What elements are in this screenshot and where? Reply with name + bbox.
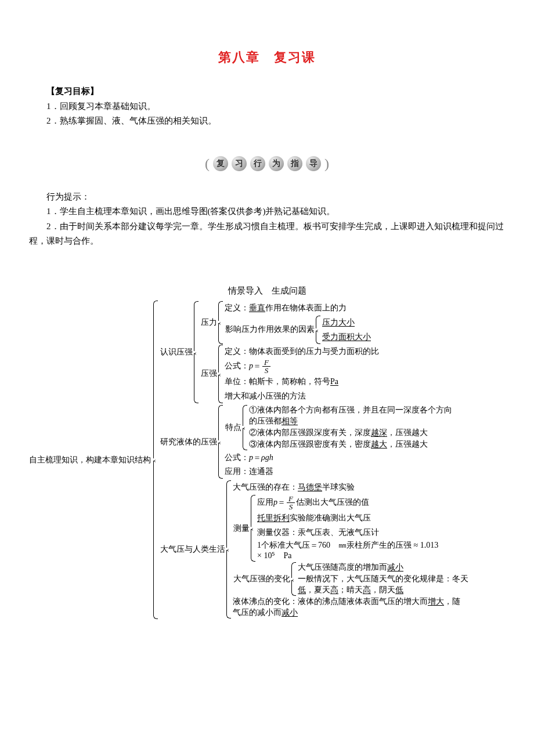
t: 一般情况下，大气压随天气的变化规律是：冬天 bbox=[298, 574, 468, 583]
bead-2: 习 bbox=[232, 156, 247, 171]
t: ③液体内部压强跟密度有关，密度 bbox=[249, 440, 371, 448]
paren-right-icon: ) bbox=[324, 152, 329, 176]
bracket-icon bbox=[218, 345, 223, 403]
paren-left-icon: ( bbox=[205, 152, 210, 176]
leaf-pq-unit: 单位：帕斯卡，简称帕，符号Pa bbox=[224, 375, 380, 389]
t: 估测出大气压强的值 bbox=[296, 498, 369, 507]
goal-1: 1．回顾复习本章基础知识。 bbox=[29, 99, 505, 114]
node-measure: 测量 bbox=[232, 522, 251, 536]
node-renshi: 认识压强 bbox=[159, 345, 194, 359]
subtitle-decor: ( 复 习 行 为 指 导 ) bbox=[29, 152, 505, 176]
bead-4: 为 bbox=[269, 156, 284, 171]
t: 公式： bbox=[225, 453, 249, 462]
t: ，夏天 bbox=[306, 585, 330, 594]
leaf-meas-3: 测量仪器：汞气压表、无液气压计 bbox=[257, 526, 443, 540]
bracket-icon bbox=[218, 405, 223, 479]
blank-force-size: 压力大小 bbox=[322, 316, 371, 330]
blank-summer-high: 高 bbox=[330, 585, 338, 594]
scene-label: 情景导入 生成问题 bbox=[29, 284, 505, 299]
t: 实验能准确测出大气压 bbox=[290, 513, 371, 522]
leaf-liq-app: 应用：连通器 bbox=[224, 465, 459, 479]
blank-pa: Pa bbox=[330, 377, 338, 386]
t: 大气压强的存在： bbox=[233, 483, 298, 491]
t: 单位：帕斯卡，简称帕，符号 bbox=[225, 377, 330, 386]
bracket-icon bbox=[218, 301, 223, 343]
leaf-meas-1: 应用p＝FS估测出大气压强的值 bbox=[257, 495, 443, 511]
bead-3: 行 bbox=[250, 156, 265, 171]
leaf-liq-1: ①液体内部各个方向都有压强，并且在同一深度各个方向的压强都相等 bbox=[248, 405, 459, 427]
node-yaqiang: 压强 bbox=[200, 367, 218, 381]
leaf-pq-formula: 公式：p＝FS bbox=[224, 359, 380, 374]
leaf-boiling: 液体沸点的变化：液体的沸点随液体表面气压的增大而增大，随气压的减小而减小 bbox=[232, 596, 466, 618]
blank-torricelli: 托里拆利 bbox=[257, 513, 290, 522]
blank-deeper: 越深 bbox=[371, 428, 387, 437]
bracket-icon bbox=[251, 495, 255, 562]
leaf-change-1: 大气压强随高度的增加而减小 bbox=[297, 562, 472, 573]
bracket-icon bbox=[316, 316, 320, 344]
node-atm-change: 大气压强的变化 bbox=[232, 572, 291, 586]
mindmap-root: 自主梳理知识，构建本章知识结构 bbox=[29, 453, 153, 467]
blank-sunny-high: 高 bbox=[363, 585, 371, 594]
leaf-liq-3: ③液体内部压强跟密度有关，密度越大，压强越大 bbox=[248, 439, 459, 450]
leaf-liq-2: ②液体内部压强跟深度有关，深度越深，压强越大 bbox=[248, 428, 459, 439]
blank-decrease2: 减小 bbox=[282, 608, 298, 617]
tip-1: 1．学生自主梳理本章知识，画出思维导图(答案仅供参考)并熟记基础知识。 bbox=[29, 204, 505, 219]
node-liquid: 研究液体的压强 bbox=[159, 435, 218, 449]
review-goals-label: 【复习目标】 bbox=[29, 84, 505, 99]
blank-vertical: 垂直 bbox=[249, 303, 265, 312]
leaf-pq-def: 定义：物体表面受到的压力与受力面积的比 bbox=[224, 345, 380, 359]
t: 作用在物体表面上的力 bbox=[265, 303, 347, 312]
goal-2: 2．熟练掌握固、液、气体压强的相关知识。 bbox=[29, 114, 505, 129]
blank-denser: 越大 bbox=[371, 440, 387, 448]
mindmap: 自主梳理知识，构建本章知识结构 认识压强 压力 定义：垂直作用在物体表面上的力 … bbox=[29, 301, 505, 619]
review-goals-label-text: 【复习目标】 bbox=[46, 86, 99, 96]
bracket-icon bbox=[194, 301, 199, 403]
tip-2: 2．由于时间关系本部分建议每学完一章。学生形成习惯自主梳理。板书可安排学生完成，… bbox=[29, 219, 505, 249]
leaf-pq-methods: 增大和减小压强的方法 bbox=[224, 389, 380, 403]
node-features: 特点 bbox=[224, 421, 243, 435]
bracket-icon bbox=[226, 480, 231, 618]
t: ②液体内部压强跟深度有关，深度 bbox=[249, 428, 371, 437]
t: 大气压强随高度的增加而 bbox=[298, 563, 387, 571]
t: 液体沸点的变化：液体的沸点随液体表面气压的增大而 bbox=[233, 597, 428, 606]
leaf-liq-formula: 公式：p＝ρgh bbox=[224, 451, 459, 465]
blank-decrease: 减小 bbox=[387, 563, 403, 571]
tips-label: 行为提示： bbox=[29, 190, 505, 205]
bracket-icon bbox=[291, 562, 296, 596]
bracket-icon bbox=[153, 301, 158, 619]
leaf-meas-4: 1个标准大气压＝760 ㎜汞柱所产生的压强 ≈ 1.013 × 10⁵ Pa bbox=[257, 540, 443, 562]
blank-increase: 增大 bbox=[428, 597, 444, 606]
t: 应用 bbox=[257, 498, 273, 507]
leaf-meas-2: 托里拆利实验能准确测出大气压 bbox=[257, 511, 443, 525]
page-title: 第八章 复习课 bbox=[29, 46, 505, 68]
t: ，压强越大 bbox=[387, 428, 428, 437]
t: 定义： bbox=[225, 303, 249, 312]
bead-6: 导 bbox=[306, 156, 321, 171]
blank-area-size: 受力面积大小 bbox=[322, 330, 371, 344]
t: 半球实验 bbox=[322, 483, 355, 491]
tip-2-text: 2．由于时间关系本部分建议每学完一章。学生形成习惯自主梳理。板书可安排学生完成，… bbox=[29, 222, 504, 246]
bead-5: 指 bbox=[287, 156, 302, 171]
leaf-change-2: 一般情况下，大气压随天气的变化规律是：冬天低，夏天高；晴天高，阴天低 bbox=[297, 574, 472, 596]
blank-magdeburg: 马德堡 bbox=[298, 483, 322, 491]
blank-winter-low: 低 bbox=[298, 585, 306, 594]
node-yali: 压力 bbox=[200, 316, 218, 330]
leaf-atm-exist: 大气压强的存在：马德堡半球实验 bbox=[232, 480, 472, 494]
bead-1: 复 bbox=[213, 156, 228, 171]
t: ，阴天 bbox=[371, 585, 395, 594]
t: ；晴天 bbox=[338, 585, 363, 594]
node-atm: 大气压与人类生活 bbox=[159, 542, 226, 556]
node-factors: 影响压力作用效果的因素 bbox=[224, 323, 316, 337]
leaf-yali-def: 定义：垂直作用在物体表面上的力 bbox=[224, 301, 371, 315]
blank-cloudy-low: 低 bbox=[395, 585, 403, 594]
bracket-icon bbox=[243, 405, 247, 450]
blank-equal: 相等 bbox=[282, 417, 298, 425]
t: ，压强越大 bbox=[387, 440, 428, 448]
t: 公式： bbox=[225, 361, 249, 370]
t: ①液体内部各个方向都有压强，并且在同一深度各个方向的压强都 bbox=[249, 406, 452, 425]
